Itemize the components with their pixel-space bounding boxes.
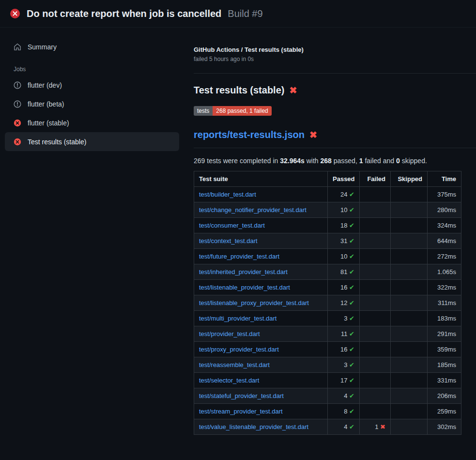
sidebar-item-flutter-stable[interactable]: flutter (stable) [5,113,179,132]
test-suite-link[interactable]: test/selector_test.dart [199,377,259,384]
tests-badge: tests 268 passed, 1 failed [194,106,272,116]
skipped-cell [391,373,428,388]
test-suite-link[interactable]: test/provider_test.dart [199,330,260,337]
test-suite-link[interactable]: test/stream_provider_test.dart [199,408,283,415]
table-row: test/selector_test.dart17 ✔331ms [194,373,461,388]
failed-cell [360,342,391,357]
sidebar: Summary Jobs flutter (dev)flutter (beta)… [0,28,194,151]
table-row: test/change_notifier_provider_test.dart1… [194,202,461,218]
run-header: Do not create report when job is cancell… [0,0,476,28]
time-cell: 291ms [428,326,461,342]
time-cell: 331ms [428,373,461,388]
test-suite-link[interactable]: test/value_listenable_provider_test.dart [199,423,308,430]
passed-cell: 12 ✔ [328,295,360,311]
check-icon: ✔ [349,222,354,229]
failed-cell [360,233,391,249]
skipped-cell [391,264,428,280]
section-title: Test results (stable) ✖ [194,85,476,96]
passed-cell: 16 ✔ [328,280,360,295]
test-suite-link[interactable]: test/proxy_provider_test.dart [199,346,279,353]
skipped-count: 0 [396,157,400,165]
table-row: test/stream_provider_test.dart8 ✔259ms [194,404,461,419]
check-icon: ✔ [349,237,354,245]
failed-cell [360,218,391,233]
x-circle-icon [14,138,21,146]
passed-cell: 3 ✔ [328,357,360,373]
section-title-text: Test results (stable) [194,85,284,96]
passed-cell: 10 ✔ [328,249,360,264]
test-suite-link[interactable]: test/inherited_provider_test.dart [199,268,288,276]
failed-cell [360,264,391,280]
x-icon: ✖ [380,423,385,430]
passed-cell: 81 ✔ [328,264,360,280]
table-row: test/context_test.dart31 ✔644ms [194,233,461,249]
passed-cell: 4 ✔ [328,388,360,404]
skipped-cell [391,233,428,249]
col-header-failed: Failed [360,171,391,187]
check-icon: ✔ [349,268,354,276]
sidebar-item-label: Test results (stable) [28,138,86,146]
failed-x-icon: ✖ [309,130,317,139]
test-suite-link[interactable]: test/consumer_test.dart [199,222,265,229]
report-heading: reports/test-results.json ✖ [194,129,476,148]
time-cell: 324ms [428,218,461,233]
check-icon: ✔ [349,330,354,337]
table-row: test/consumer_test.dart18 ✔324ms [194,218,461,233]
check-icon: ✔ [349,206,354,214]
check-icon: ✔ [349,408,354,415]
failed-cell [360,280,391,295]
badge-value: 268 passed, 1 failed [213,106,271,116]
results-table: Test suite Passed Failed Skipped Time te… [194,171,461,435]
col-header-passed: Passed [328,171,360,187]
time-cell: 375ms [428,187,461,202]
test-suite-link[interactable]: test/change_notifier_provider_test.dart [199,206,307,214]
report-file-link[interactable]: reports/test-results.json [194,129,305,140]
test-suite-link[interactable]: test/builder_test.dart [199,191,256,198]
time-cell: 206ms [428,388,461,404]
failed-cell [360,373,391,388]
sidebar-item-test-results-stable[interactable]: Test results (stable) [5,132,179,151]
time-cell: 359ms [428,342,461,357]
table-row: test/inherited_provider_test.dart81 ✔1.0… [194,264,461,280]
passed-cell: 10 ✔ [328,202,360,218]
time-cell: 311ms [428,295,461,311]
table-header-row: Test suite Passed Failed Skipped Time [194,171,461,187]
test-suite-link[interactable]: test/multi_provider_test.dart [199,315,276,322]
check-icon: ✔ [349,191,354,198]
failed-cell [360,388,391,404]
failed-cell [360,357,391,373]
check-icon: ✔ [349,392,354,399]
test-suite-link[interactable]: test/stateful_provider_test.dart [199,392,284,399]
time-cell: 280ms [428,202,461,218]
test-suite-link[interactable]: test/reassemble_test.dart [199,361,270,368]
table-row: test/provider_test.dart11 ✔291ms [194,326,461,342]
skipped-cell [391,326,428,342]
passed-cell: 24 ✔ [328,187,360,202]
test-suite-link[interactable]: test/listenable_provider_test.dart [199,284,290,291]
test-suite-link[interactable]: test/future_provider_test.dart [199,253,279,260]
skipped-cell [391,342,428,357]
sidebar-item-label: flutter (dev) [28,81,62,89]
failed-cell [360,202,391,218]
sidebar-item-summary[interactable]: Summary [5,37,179,56]
failed-cell [360,311,391,326]
check-icon: ✔ [349,284,354,291]
check-icon: ✔ [349,315,354,322]
passed-cell: 4 ✔ [328,419,360,435]
skipped-cell [391,311,428,326]
divider [194,73,476,74]
x-circle-icon [14,119,21,127]
test-suite-link[interactable]: test/listenable_proxy_provider_test.dart [199,299,309,307]
sidebar-item-flutter-beta[interactable]: flutter (beta) [5,94,179,113]
test-suite-link[interactable]: test/context_test.dart [199,237,258,245]
time-cell: 272ms [428,249,461,264]
sidebar-item-label: Summary [28,43,57,51]
table-row: test/reassemble_test.dart3 ✔185ms [194,357,461,373]
passed-cell: 11 ✔ [328,326,360,342]
failed-cell [360,249,391,264]
skipped-cell [391,295,428,311]
sidebar-item-flutter-dev[interactable]: flutter (dev) [5,76,179,94]
failed-cell [360,404,391,419]
table-row: test/listenable_provider_test.dart16 ✔32… [194,280,461,295]
time-cell: 1.065s [428,264,461,280]
